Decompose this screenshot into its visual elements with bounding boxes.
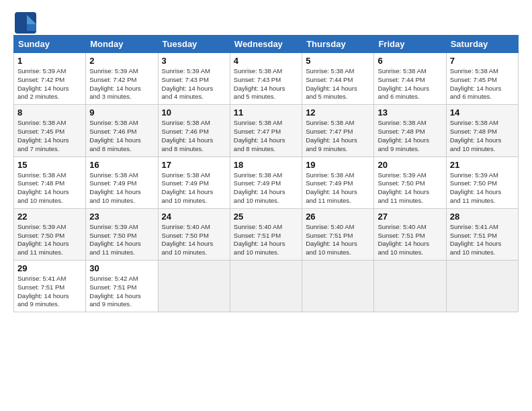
cell-content: Sunrise: 5:38 AMSunset: 7:46 PMDaylight:… <box>89 119 154 153</box>
calendar-cell: 4Sunrise: 5:38 AMSunset: 7:43 PMDaylight… <box>230 53 302 105</box>
calendar-cell: 10Sunrise: 5:38 AMSunset: 7:46 PMDayligh… <box>158 105 230 156</box>
calendar-cell: 12Sunrise: 5:38 AMSunset: 7:47 PMDayligh… <box>302 105 374 156</box>
calendar-cell: 13Sunrise: 5:38 AMSunset: 7:48 PMDayligh… <box>374 105 446 156</box>
cell-content: Sunrise: 5:38 AMSunset: 7:43 PMDaylight:… <box>234 67 298 101</box>
day-number: 16 <box>89 160 154 170</box>
day-number: 28 <box>450 212 515 222</box>
cell-content: Sunrise: 5:38 AMSunset: 7:48 PMDaylight:… <box>378 119 442 153</box>
cell-content: Sunrise: 5:39 AMSunset: 7:50 PMDaylight:… <box>89 223 154 257</box>
header-day-monday: Monday <box>86 36 158 53</box>
day-number: 24 <box>162 212 226 222</box>
calendar-cell: 16Sunrise: 5:38 AMSunset: 7:49 PMDayligh… <box>86 156 158 208</box>
cell-content: Sunrise: 5:38 AMSunset: 7:48 PMDaylight:… <box>450 119 515 153</box>
day-number: 9 <box>89 107 154 118</box>
day-number: 6 <box>378 56 442 66</box>
day-number: 13 <box>378 107 442 118</box>
cell-content: Sunrise: 5:38 AMSunset: 7:49 PMDaylight:… <box>89 171 154 205</box>
calendar-cell: 19Sunrise: 5:38 AMSunset: 7:49 PMDayligh… <box>302 156 374 208</box>
day-number: 20 <box>378 160 442 170</box>
calendar-cell: 28Sunrise: 5:41 AMSunset: 7:51 PMDayligh… <box>446 208 518 260</box>
day-number: 17 <box>162 160 226 170</box>
header-day-sunday: Sunday <box>14 36 86 53</box>
cell-content: Sunrise: 5:39 AMSunset: 7:50 PMDaylight:… <box>450 171 515 205</box>
cell-content: Sunrise: 5:40 AMSunset: 7:51 PMDaylight:… <box>306 223 370 257</box>
header-day-friday: Friday <box>374 36 446 53</box>
cell-content: Sunrise: 5:38 AMSunset: 7:45 PMDaylight:… <box>450 67 515 101</box>
cell-content: Sunrise: 5:38 AMSunset: 7:49 PMDaylight:… <box>306 171 370 205</box>
header-day-saturday: Saturday <box>446 36 518 53</box>
calendar-cell: 18Sunrise: 5:38 AMSunset: 7:49 PMDayligh… <box>230 156 302 208</box>
svg-marker-2 <box>27 24 36 31</box>
calendar-cell: 21Sunrise: 5:39 AMSunset: 7:50 PMDayligh… <box>446 156 518 208</box>
calendar-cell: 22Sunrise: 5:39 AMSunset: 7:50 PMDayligh… <box>14 208 86 260</box>
cell-content: Sunrise: 5:39 AMSunset: 7:42 PMDaylight:… <box>17 67 82 101</box>
calendar-cell: 27Sunrise: 5:40 AMSunset: 7:51 PMDayligh… <box>374 208 446 260</box>
cell-content: Sunrise: 5:38 AMSunset: 7:49 PMDaylight:… <box>234 171 298 205</box>
calendar-cell: 20Sunrise: 5:39 AMSunset: 7:50 PMDayligh… <box>374 156 446 208</box>
calendar-cell <box>158 261 230 312</box>
day-number: 7 <box>450 56 515 66</box>
calendar-cell: 30Sunrise: 5:42 AMSunset: 7:51 PMDayligh… <box>86 261 158 312</box>
day-number: 1 <box>17 56 82 66</box>
logo <box>13 11 34 30</box>
cell-content: Sunrise: 5:42 AMSunset: 7:51 PMDaylight:… <box>89 275 154 309</box>
day-number: 8 <box>17 107 82 118</box>
cell-content: Sunrise: 5:39 AMSunset: 7:50 PMDaylight:… <box>378 171 442 205</box>
cell-content: Sunrise: 5:38 AMSunset: 7:47 PMDaylight:… <box>306 119 370 153</box>
day-number: 15 <box>17 160 82 170</box>
day-number: 27 <box>378 212 442 222</box>
cell-content: Sunrise: 5:41 AMSunset: 7:51 PMDaylight:… <box>17 275 82 309</box>
cell-content: Sunrise: 5:38 AMSunset: 7:48 PMDaylight:… <box>17 171 82 205</box>
header-day-tuesday: Tuesday <box>158 36 230 53</box>
calendar-cell: 15Sunrise: 5:38 AMSunset: 7:48 PMDayligh… <box>14 156 86 208</box>
cell-content: Sunrise: 5:38 AMSunset: 7:44 PMDaylight:… <box>378 67 442 101</box>
header-day-wednesday: Wednesday <box>230 36 302 53</box>
cell-content: Sunrise: 5:39 AMSunset: 7:50 PMDaylight:… <box>17 223 82 257</box>
day-number: 14 <box>450 107 515 118</box>
day-number: 12 <box>306 107 370 118</box>
page: SundayMondayTuesdayWednesdayThursdayFrid… <box>0 0 532 411</box>
day-number: 29 <box>17 263 82 273</box>
cell-content: Sunrise: 5:40 AMSunset: 7:50 PMDaylight:… <box>162 223 226 257</box>
day-number: 5 <box>306 56 370 66</box>
cell-content: Sunrise: 5:41 AMSunset: 7:51 PMDaylight:… <box>450 223 515 257</box>
calendar-cell: 1Sunrise: 5:39 AMSunset: 7:42 PMDaylight… <box>14 53 86 105</box>
calendar-cell: 2Sunrise: 5:39 AMSunset: 7:42 PMDaylight… <box>86 53 158 105</box>
calendar-table: SundayMondayTuesdayWednesdayThursdayFrid… <box>13 35 519 312</box>
calendar-cell: 24Sunrise: 5:40 AMSunset: 7:50 PMDayligh… <box>158 208 230 260</box>
cell-content: Sunrise: 5:39 AMSunset: 7:42 PMDaylight:… <box>89 67 154 101</box>
cell-content: Sunrise: 5:40 AMSunset: 7:51 PMDaylight:… <box>378 223 442 257</box>
day-number: 22 <box>17 212 82 222</box>
calendar-cell: 3Sunrise: 5:39 AMSunset: 7:43 PMDaylight… <box>158 53 230 105</box>
week-row-4: 22Sunrise: 5:39 AMSunset: 7:50 PMDayligh… <box>14 208 519 260</box>
calendar-cell: 17Sunrise: 5:38 AMSunset: 7:49 PMDayligh… <box>158 156 230 208</box>
calendar-cell <box>446 261 518 312</box>
day-number: 26 <box>306 212 370 222</box>
day-number: 2 <box>89 56 154 66</box>
calendar-cell: 26Sunrise: 5:40 AMSunset: 7:51 PMDayligh… <box>302 208 374 260</box>
calendar-cell <box>374 261 446 312</box>
week-row-2: 8Sunrise: 5:38 AMSunset: 7:45 PMDaylight… <box>14 105 519 156</box>
calendar-cell: 8Sunrise: 5:38 AMSunset: 7:45 PMDaylight… <box>14 105 86 156</box>
cell-content: Sunrise: 5:39 AMSunset: 7:43 PMDaylight:… <box>162 67 226 101</box>
header <box>13 11 519 30</box>
calendar-cell <box>302 261 374 312</box>
week-row-5: 29Sunrise: 5:41 AMSunset: 7:51 PMDayligh… <box>14 261 519 312</box>
day-number: 30 <box>89 263 154 273</box>
calendar-cell: 23Sunrise: 5:39 AMSunset: 7:50 PMDayligh… <box>86 208 158 260</box>
cell-content: Sunrise: 5:38 AMSunset: 7:47 PMDaylight:… <box>234 119 298 153</box>
calendar-cell: 5Sunrise: 5:38 AMSunset: 7:44 PMDaylight… <box>302 53 374 105</box>
day-number: 3 <box>162 56 226 66</box>
header-day-thursday: Thursday <box>302 36 374 53</box>
calendar-cell: 6Sunrise: 5:38 AMSunset: 7:44 PMDaylight… <box>374 53 446 105</box>
cell-content: Sunrise: 5:38 AMSunset: 7:49 PMDaylight:… <box>162 171 226 205</box>
day-number: 4 <box>234 56 298 66</box>
calendar-cell: 29Sunrise: 5:41 AMSunset: 7:51 PMDayligh… <box>14 261 86 312</box>
day-number: 11 <box>234 107 298 118</box>
header-row: SundayMondayTuesdayWednesdayThursdayFrid… <box>14 36 519 53</box>
calendar-cell: 25Sunrise: 5:40 AMSunset: 7:51 PMDayligh… <box>230 208 302 260</box>
week-row-1: 1Sunrise: 5:39 AMSunset: 7:42 PMDaylight… <box>14 53 519 105</box>
day-number: 23 <box>89 212 154 222</box>
calendar-cell: 14Sunrise: 5:38 AMSunset: 7:48 PMDayligh… <box>446 105 518 156</box>
day-number: 25 <box>234 212 298 222</box>
